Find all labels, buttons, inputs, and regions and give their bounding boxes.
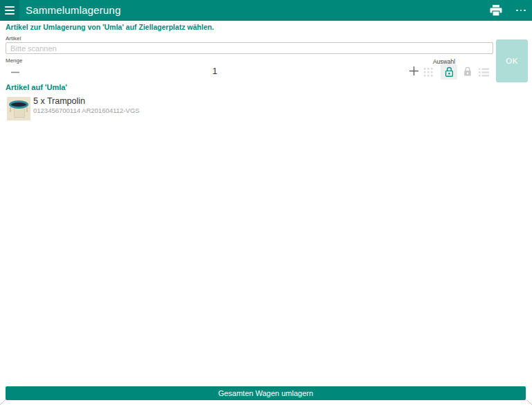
thumbnail-leg-shape	[10, 107, 11, 112]
lock-outline-icon	[445, 66, 454, 78]
cart-section-header: Artikel auf 'Umla'	[6, 83, 67, 91]
item-title: 5 x Trampolin	[33, 96, 85, 106]
print-button[interactable]	[488, 5, 504, 17]
page-title: Sammelumlagerung	[26, 0, 121, 21]
lock-filled-toggle[interactable]	[462, 66, 473, 78]
list-icon	[479, 68, 489, 77]
scan-input[interactable]	[6, 42, 493, 54]
dot-icon	[524, 10, 526, 12]
thumbnail-box-shape	[14, 108, 25, 118]
lock-outline-toggle[interactable]	[441, 64, 457, 80]
transfer-entire-cart-button[interactable]: Gesamten Wagen umlagern	[6, 386, 526, 400]
top-bar: Sammelumlagerung	[0, 0, 532, 21]
item-barcode-article-number: 0123456700114 AR201604112-VGS	[33, 107, 139, 114]
increase-quantity-button[interactable]	[408, 65, 420, 77]
cart-item-row[interactable]: 5 x Trampolin 0123456700114 AR201604112-…	[0, 96, 532, 123]
article-field-label: Artikel	[6, 35, 21, 42]
hamburger-icon	[5, 10, 15, 11]
thumbnail-trampoline-shape	[9, 100, 28, 109]
quantity-label: Menge	[6, 57, 22, 64]
ok-button[interactable]: OK	[496, 39, 528, 82]
dot-icon	[520, 10, 522, 12]
sammelumlagerung-app: Sammelumlagerung Artikel zur Umlagerung …	[0, 0, 532, 405]
minus-icon	[11, 71, 19, 73]
plus-icon	[409, 66, 418, 75]
hamburger-icon	[5, 13, 15, 15]
grid-icon	[424, 68, 433, 77]
instruction-text: Artikel zur Umlagerung von 'Umla' auf Zi…	[6, 23, 214, 31]
hamburger-icon	[5, 6, 15, 8]
trampoline-thumbnail-image	[7, 97, 30, 120]
lock-filled-icon	[463, 66, 472, 77]
thumbnail-leg-shape	[26, 107, 28, 112]
grid-select-button[interactable]	[424, 67, 434, 77]
decrease-quantity-button[interactable]	[9, 67, 21, 77]
overflow-menu-button[interactable]	[513, 8, 529, 13]
quantity-value: 1	[194, 66, 236, 76]
resize-grip-left[interactable]	[0, 399, 6, 405]
hamburger-menu-button[interactable]	[0, 0, 19, 21]
printer-icon	[488, 5, 504, 17]
resize-grip-right[interactable]	[526, 399, 532, 405]
dot-icon	[516, 10, 518, 12]
list-view-button[interactable]	[479, 67, 490, 77]
